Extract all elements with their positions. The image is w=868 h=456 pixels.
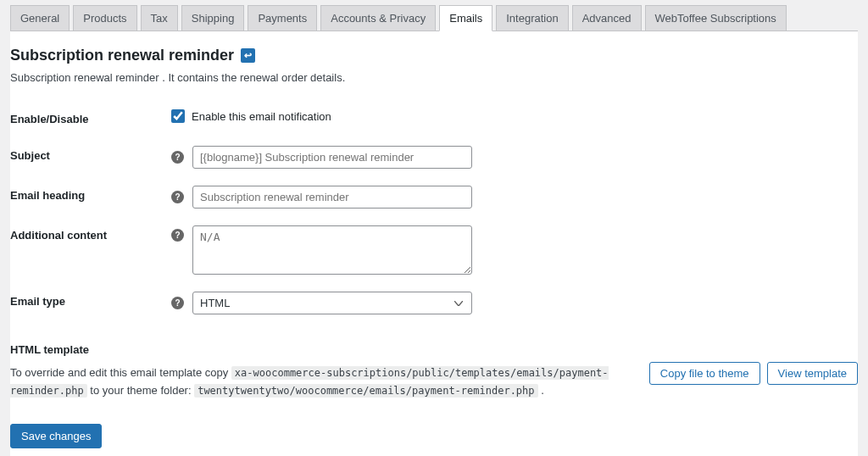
- copy-file-button[interactable]: Copy file to theme: [649, 362, 760, 385]
- template-pre-text: To override and edit this email template…: [10, 366, 231, 379]
- email-type-select[interactable]: HTML: [192, 292, 472, 314]
- page-description: Subscription renewal reminder . It conta…: [10, 71, 858, 101]
- heading-label: Email heading: [10, 177, 171, 217]
- tab-payments[interactable]: Payments: [248, 5, 317, 31]
- additional-content-input[interactable]: [192, 225, 472, 275]
- view-template-button[interactable]: View template: [767, 362, 858, 385]
- help-icon[interactable]: ?: [171, 229, 184, 242]
- help-icon[interactable]: ?: [171, 191, 184, 203]
- email-type-label: Email type: [10, 283, 171, 323]
- save-button[interactable]: Save changes: [10, 424, 102, 448]
- subject-input[interactable]: [192, 146, 472, 169]
- tab-advanced[interactable]: Advanced: [572, 5, 642, 31]
- template-section: HTML template To override and edit this …: [10, 343, 858, 400]
- tab-emails[interactable]: Emails: [439, 5, 492, 31]
- page-title-text: Subscription renewal reminder: [10, 47, 234, 64]
- back-icon[interactable]: ↩: [241, 48, 255, 63]
- help-icon[interactable]: ?: [171, 297, 184, 309]
- tab-tax[interactable]: Tax: [141, 5, 178, 31]
- tab-shipping[interactable]: Shipping: [181, 5, 245, 31]
- tab-accounts-privacy[interactable]: Accounts & Privacy: [320, 5, 436, 31]
- enable-checkbox[interactable]: [171, 109, 185, 123]
- settings-tabs: GeneralProductsTaxShippingPaymentsAccoun…: [0, 0, 868, 31]
- settings-form: Enable/Disable Enable this email notific…: [10, 101, 858, 323]
- subject-label: Subject: [10, 137, 171, 177]
- tab-integration[interactable]: Integration: [496, 5, 568, 31]
- help-icon[interactable]: ?: [171, 151, 184, 164]
- template-mid-text: to your theme folder:: [90, 384, 194, 397]
- enable-checkbox-label: Enable this email notification: [192, 110, 331, 123]
- additional-label: Additional content: [10, 217, 171, 283]
- tab-webtoffee-subscriptions[interactable]: WebToffee Subscriptions: [645, 5, 787, 31]
- tab-products[interactable]: Products: [73, 5, 136, 31]
- settings-panel: Subscription renewal reminder ↩ Subscrip…: [10, 31, 858, 456]
- tab-general[interactable]: General: [10, 5, 70, 31]
- template-description: To override and edit this email template…: [10, 364, 632, 400]
- template-dest-path: twentytwentytwo/woocommerce/emails/payme…: [194, 384, 537, 398]
- template-title: HTML template: [10, 343, 632, 356]
- enable-label: Enable/Disable: [10, 101, 171, 137]
- page-title: Subscription renewal reminder ↩: [10, 47, 858, 71]
- heading-input[interactable]: [192, 186, 472, 209]
- template-post-text: .: [541, 384, 544, 397]
